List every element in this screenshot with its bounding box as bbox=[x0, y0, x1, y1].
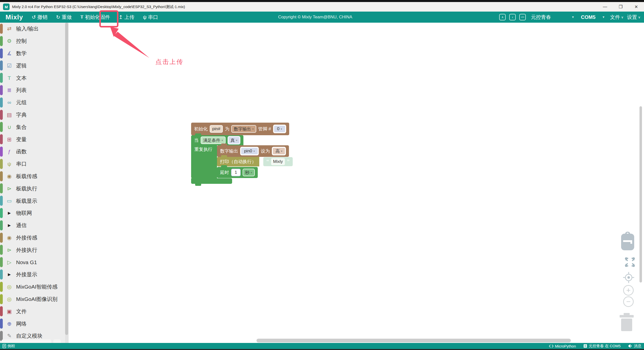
vertical-scrollbar[interactable] bbox=[639, 106, 642, 283]
examples-button[interactable]: 例程 bbox=[3, 344, 15, 348]
trash-icon[interactable] bbox=[618, 313, 635, 331]
category-color-bar bbox=[0, 233, 3, 243]
condition-dropdown[interactable]: 满足条件 ▾ bbox=[201, 136, 226, 144]
collapse-blocks-icon: ∧ bbox=[501, 15, 504, 19]
close-button[interactable]: ✕ bbox=[628, 2, 644, 12]
block-repeat-bottom[interactable] bbox=[191, 178, 232, 184]
minimize-button[interactable]: — bbox=[597, 2, 613, 12]
select-arrow-icon: ▼ bbox=[602, 15, 605, 19]
block-delay[interactable]: 延时 1 秒 ▾ bbox=[217, 167, 258, 178]
pencil-icon: ✎ bbox=[6, 333, 13, 339]
serial-icon: ψ bbox=[143, 14, 147, 20]
undo-button[interactable]: ↺ 撤销 bbox=[32, 14, 48, 21]
play-outline-icon: ▷ bbox=[6, 259, 13, 265]
sidebar-item-dict[interactable]: ▤ 字典 bbox=[0, 109, 68, 121]
sidebar-item-ext-display[interactable]: ▶ 外接显示 bbox=[0, 268, 68, 281]
sidebar-item-file[interactable]: ▣ 文件 bbox=[0, 305, 68, 318]
redo-label: 重做 bbox=[62, 14, 72, 21]
center-workspace-icon[interactable] bbox=[623, 271, 635, 284]
file-menu[interactable]: 文件 ∨ bbox=[610, 14, 624, 21]
sidebar-item-io[interactable]: ⇄ 输入/输出 bbox=[0, 23, 68, 35]
sidebar-scrollbar-thumb[interactable] bbox=[65, 23, 68, 335]
init-firmware-button[interactable]: Ŧ 初始化固件 bbox=[80, 14, 110, 21]
block-digital-write[interactable]: 数字输出 pin0 ▾ 设为 高 ▾ bbox=[217, 145, 289, 157]
unit-dropdown[interactable]: 秒 ▾ bbox=[243, 169, 255, 176]
delay-value-field[interactable]: 1 bbox=[231, 169, 241, 176]
sidebar-item-serial[interactable]: ψ 串口 bbox=[0, 158, 68, 170]
flow-icon: ⚙ bbox=[6, 38, 13, 44]
category-color-bar bbox=[0, 159, 3, 169]
sidebar-item-comm[interactable]: ▶ 通信 bbox=[0, 219, 68, 232]
fit-screen-icon[interactable] bbox=[624, 256, 636, 268]
block-init-pin[interactable]: 初始化 pin# 为 数字输出 ▾ 管脚 # 0 ▾ bbox=[191, 123, 289, 135]
sidebar-item-iot[interactable]: ▶ 物联网 bbox=[0, 207, 68, 219]
sidebar-item-function[interactable]: ƒ 函数 bbox=[0, 146, 68, 158]
runtime-label: MicroPython bbox=[555, 344, 576, 348]
zoom-out-button[interactable]: − bbox=[623, 296, 634, 307]
collapse-blocks-button[interactable]: ∧ bbox=[499, 14, 506, 20]
dropdown-arrow-icon: ▾ bbox=[252, 127, 254, 131]
sidebar-item-nova-g1[interactable]: ▷ Nova G1 bbox=[0, 256, 68, 268]
screen-top-strip bbox=[0, 0, 644, 2]
collapse-sidebar-icon: ‹ bbox=[512, 15, 513, 19]
level-dropdown[interactable]: 高 ▾ bbox=[272, 147, 285, 155]
redo-button[interactable]: ↻ 重做 bbox=[56, 14, 72, 21]
sidebar-item-onboard-actuator[interactable]: ⊳ 板载执行 bbox=[0, 182, 68, 195]
runtime-status[interactable]: MicroPython bbox=[549, 344, 576, 348]
sidebar-item-mixgoai-sensor[interactable]: ◎ MixGoAI智能传感 bbox=[0, 281, 68, 293]
board-select[interactable]: 元控青春 ▼ bbox=[529, 14, 576, 21]
sidebar-item-onboard-sensor[interactable]: ◉ 板载传感 bbox=[0, 170, 68, 183]
boolean-dropdown[interactable]: 真 ▾ bbox=[228, 136, 240, 144]
sidebar-item-tuple[interactable]: ∞ 元组 bbox=[0, 96, 68, 109]
settings-menu[interactable]: 设置 ∨ bbox=[627, 14, 640, 21]
sidebar-item-math[interactable]: ∡ 数学 bbox=[0, 47, 68, 60]
math-icon: ∡ bbox=[6, 50, 13, 56]
sidebar-item-set[interactable]: ∪ 集合 bbox=[0, 121, 68, 133]
board-icon bbox=[583, 344, 587, 348]
upload-button[interactable]: ↥ 上传 bbox=[119, 14, 135, 21]
sidebar-item-list[interactable]: ≣ 列表 bbox=[0, 84, 68, 96]
eye-icon: ◎ bbox=[6, 284, 13, 290]
code-view-button[interactable]: </> bbox=[519, 14, 526, 20]
horizontal-scrollbar[interactable] bbox=[256, 339, 571, 342]
sidebar-item-ext-actuator[interactable]: ⊳ 外接执行 bbox=[0, 244, 68, 256]
tuple-icon: ∞ bbox=[6, 99, 13, 106]
workspace-canvas[interactable] bbox=[68, 23, 644, 343]
board-status-label: 元控青春 在 COM5 bbox=[589, 344, 621, 348]
sidebar-item-text[interactable]: T 文本 bbox=[0, 72, 68, 84]
sidebar-item-onboard-display[interactable]: ▭ 板载显示 bbox=[0, 195, 68, 207]
pin-name-field[interactable]: pin# bbox=[210, 125, 223, 133]
sidebar-item-variable[interactable]: ⊞ 变量 bbox=[0, 133, 68, 146]
sidebar-item-control[interactable]: ⚙ 控制 bbox=[0, 35, 68, 47]
serial-monitor-button[interactable]: ψ 串口 bbox=[143, 14, 158, 21]
firmware-icon: Ŧ bbox=[80, 14, 83, 20]
collapse-sidebar-button[interactable]: ‹ bbox=[509, 14, 516, 20]
backpack-icon[interactable] bbox=[620, 231, 635, 251]
dropdown-arrow-icon: ▾ bbox=[251, 171, 252, 174]
sidebar-item-network[interactable]: ⊕ 网络 bbox=[0, 318, 68, 330]
function-icon: ƒ bbox=[6, 149, 13, 155]
pin-mode-dropdown[interactable]: 数字输出 ▾ bbox=[231, 125, 256, 133]
select-arrow-icon: ▼ bbox=[571, 15, 574, 19]
pin-number-dropdown[interactable]: 0 ▾ bbox=[274, 125, 286, 133]
zoom-in-button[interactable]: + bbox=[623, 285, 634, 296]
dict-icon: ▤ bbox=[6, 112, 13, 118]
sidebar-item-mixgoai-vision[interactable]: ◎ MixGoAI图像识别 bbox=[0, 293, 68, 305]
menu-bar-right: ∧ ‹ </> 元控青春 ▼ COM5 ▼ 文件 ∨ 设置 ∨ bbox=[499, 12, 640, 23]
brand-logo[interactable]: Mixly bbox=[6, 13, 23, 21]
expand-arrow-icon: ▶ bbox=[6, 272, 13, 277]
messages-button[interactable]: 消息 bbox=[628, 344, 641, 348]
category-color-bar bbox=[0, 196, 3, 206]
expand-arrow-icon: ▶ bbox=[6, 211, 13, 215]
init-firmware-label: 初始化固件 bbox=[85, 14, 110, 21]
string-value-field[interactable]: Mixly bbox=[271, 158, 285, 165]
block-when-condition[interactable]: 当 满足条件 ▾ 真 ▾ bbox=[191, 135, 243, 145]
pin-dropdown[interactable]: pin0 ▾ bbox=[241, 147, 258, 155]
block-string-literal[interactable]: “ Mixly ” bbox=[263, 157, 293, 166]
sidebar-item-logic[interactable]: ☑ 逻辑 bbox=[0, 59, 68, 72]
category-color-bar bbox=[0, 220, 3, 230]
restore-button[interactable]: ❐ bbox=[613, 2, 628, 12]
sidebar-item-ext-sensor[interactable]: ◉ 外接传感 bbox=[0, 232, 68, 244]
port-select[interactable]: COM5 ▼ bbox=[579, 14, 607, 20]
board-connection-status[interactable]: 元控青春 在 COM5 bbox=[583, 344, 621, 348]
